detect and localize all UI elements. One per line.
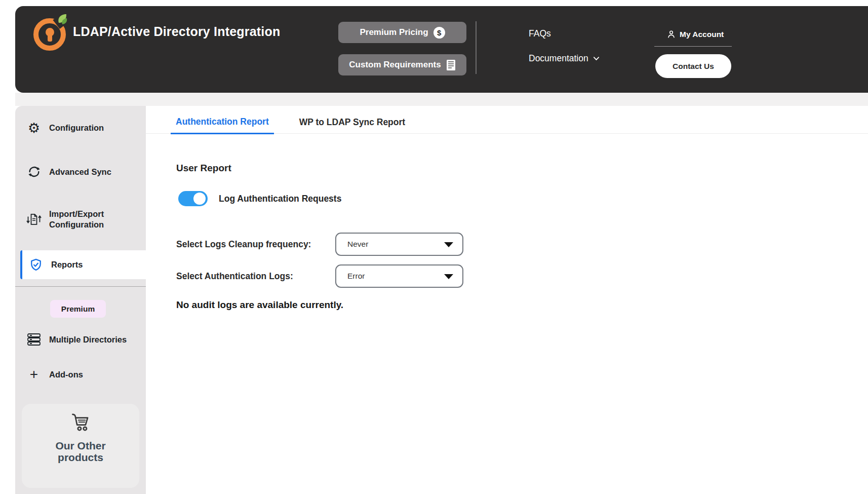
- account-divider: [654, 46, 732, 47]
- user-icon: [666, 29, 676, 39]
- custom-requirements-button[interactable]: Custom Requirements: [338, 54, 466, 75]
- auth-logs-value: Error: [347, 272, 365, 281]
- header-content-gap: [15, 93, 868, 106]
- other-products-label: Our Other products: [22, 440, 139, 463]
- log-auth-requests-row: Log Authentication Requests: [178, 191, 341, 206]
- my-account-link[interactable]: My Account: [666, 29, 724, 39]
- server-stack-icon: [26, 333, 42, 347]
- main-content: Authentication Report WP to LDAP Sync Re…: [146, 106, 868, 494]
- my-account-label: My Account: [680, 30, 724, 39]
- tab-authentication-report[interactable]: Authentication Report: [171, 117, 274, 134]
- log-auth-requests-label: Log Authentication Requests: [219, 194, 341, 204]
- caret-down-icon: [444, 274, 453, 279]
- toggle-knob: [193, 193, 206, 205]
- premium-pricing-label: Premium Pricing: [360, 27, 428, 37]
- other-products-card[interactable]: Our Other products: [22, 404, 139, 488]
- plugin-logo: [33, 18, 66, 51]
- premium-badge: Premium: [50, 300, 106, 318]
- gear-icon: ⚙: [26, 121, 42, 135]
- sync-icon: [26, 165, 42, 179]
- sidebar-divider: [15, 286, 146, 287]
- cleanup-frequency-row: Select Logs Cleanup frequency: Never: [176, 233, 463, 256]
- cart-icon: [68, 412, 93, 434]
- cleanup-frequency-label: Select Logs Cleanup frequency:: [176, 239, 335, 250]
- sidebar-item-multiple-directories[interactable]: Multiple Directories: [26, 333, 127, 347]
- leaf-icon: [55, 13, 69, 26]
- auth-logs-select[interactable]: Error: [335, 264, 463, 288]
- tab-wp-to-ldap-sync-report[interactable]: WP to LDAP Sync Report: [294, 117, 410, 133]
- sidebar-item-label: Add-ons: [49, 370, 83, 379]
- tab-bar: Authentication Report WP to LDAP Sync Re…: [146, 106, 868, 134]
- caret-down-icon: [444, 242, 453, 247]
- documentation-link[interactable]: Documentation: [529, 53, 600, 64]
- import-export-icon: [26, 213, 42, 226]
- chevron-down-icon: [593, 56, 600, 61]
- sidebar-item-configuration[interactable]: ⚙ Configuration: [26, 121, 104, 135]
- sidebar-item-advanced-sync[interactable]: Advanced Sync: [26, 165, 111, 179]
- empty-logs-message: No audit logs are available currently.: [176, 299, 343, 311]
- app-window: LDAP/Active Directory Integration Premiu…: [0, 0, 868, 494]
- custom-requirements-label: Custom Requirements: [349, 60, 441, 70]
- cleanup-frequency-value: Never: [347, 240, 368, 249]
- auth-logs-row: Select Authentication Logs: Error: [176, 264, 463, 288]
- contact-us-button[interactable]: Contact Us: [655, 54, 731, 78]
- shield-check-icon: [28, 258, 44, 272]
- header-divider: [476, 21, 477, 74]
- log-auth-requests-toggle[interactable]: [178, 191, 208, 206]
- page-title: LDAP/Active Directory Integration: [73, 24, 280, 39]
- sidebar-item-add-ons[interactable]: + Add-ons: [26, 367, 83, 382]
- auth-logs-label: Select Authentication Logs:: [176, 271, 335, 282]
- documentation-label: Documentation: [529, 53, 588, 64]
- dollar-icon: $: [433, 27, 445, 39]
- document-list-icon: [446, 59, 456, 71]
- sidebar-item-label: Multiple Directories: [49, 335, 127, 345]
- plus-icon: +: [26, 367, 42, 382]
- sidebar-item-label: Advanced Sync: [49, 167, 111, 177]
- sidebar-item-label: Configuration: [49, 123, 104, 133]
- sidebar-item-reports[interactable]: Reports: [20, 250, 146, 279]
- top-header: LDAP/Active Directory Integration Premiu…: [15, 6, 868, 93]
- sidebar-item-import-export-configuration[interactable]: Import/Export Configuration: [26, 209, 114, 230]
- sidebar-item-label: Import/Export Configuration: [49, 209, 114, 230]
- cleanup-frequency-select[interactable]: Never: [335, 233, 463, 256]
- sidebar: ⚙ Configuration Advanced Sync: [15, 106, 146, 494]
- sidebar-item-label: Reports: [51, 260, 83, 270]
- premium-pricing-button[interactable]: Premium Pricing $: [338, 22, 466, 43]
- section-title: User Report: [176, 163, 231, 174]
- faqs-link[interactable]: FAQs: [529, 28, 551, 39]
